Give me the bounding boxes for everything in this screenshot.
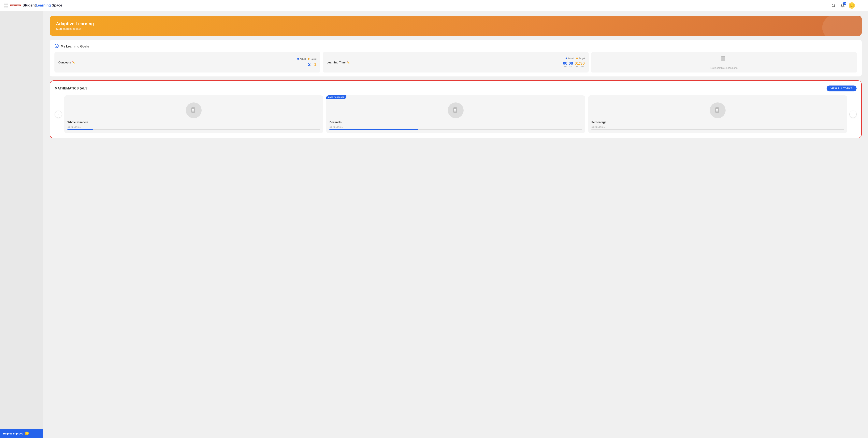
topics-grid: Whole Numbers COMPLETION LAST ACCESSED xyxy=(64,95,847,133)
progress-fill-whole-numbers xyxy=(67,129,93,130)
goals-grid: Concepts ✏️ Actual Target xyxy=(55,52,857,72)
logo-section: SINGAPORE StudentLearning Space xyxy=(4,3,62,7)
completion-whole-numbers: COMPLETION xyxy=(67,126,320,130)
help-improve-bar[interactable]: Help us improve 😊 xyxy=(0,429,43,438)
lt-actual-value: 00:08 xyxy=(563,61,573,66)
progress-fill-decimals xyxy=(330,129,418,130)
lt-actual-dot xyxy=(565,58,567,59)
lt-label-side: Learning Time ✏️ xyxy=(327,61,563,64)
help-smiley-icon: 😊 xyxy=(25,431,29,436)
progress-bg-decimals xyxy=(330,129,582,130)
notification-icon[interactable]: 18 xyxy=(840,3,845,8)
concepts-legend: Actual Target xyxy=(297,58,316,60)
no-sessions-text: No incomplete sessions xyxy=(710,66,737,69)
prev-carousel-button[interactable]: ‹ xyxy=(55,111,62,118)
header-actions: 18 😊 ⋮ xyxy=(831,2,864,9)
topic-icon-percentage xyxy=(710,102,725,118)
topic-name-percentage: Percentage xyxy=(591,121,606,124)
concepts-goal-card: Concepts ✏️ Actual Target xyxy=(55,52,320,72)
learning-goals-icon xyxy=(55,44,59,49)
completion-percentage: COMPLETION xyxy=(591,126,844,130)
banner-title: Adaptive Learning xyxy=(56,21,856,26)
topic-card-percentage[interactable]: Percentage COMPLETION xyxy=(588,95,847,133)
notification-count: 18 xyxy=(843,2,846,5)
banner-subtitle: Start learning today! xyxy=(56,27,856,30)
learning-goals-header: My Learning Goals xyxy=(55,44,857,49)
no-sessions-card: No incomplete sessions xyxy=(591,52,857,72)
lt-target-sublabel: HH : MM xyxy=(576,66,584,68)
singapore-badge: SINGAPORE xyxy=(10,4,21,6)
concepts-label-side: Concepts ✏️ xyxy=(58,61,297,64)
svg-line-1 xyxy=(834,6,835,7)
math-header: MATHEMATICS (ALS) VIEW ALL TOPICS xyxy=(55,86,857,92)
svg-rect-10 xyxy=(191,107,195,113)
lt-target-legend: Target xyxy=(576,57,585,60)
topic-icon-whole-numbers xyxy=(186,102,202,118)
math-title: MATHEMATICS (ALS) xyxy=(55,87,89,90)
lt-edit-icon[interactable]: ✏️ xyxy=(347,61,349,64)
progress-bg-percentage xyxy=(591,129,844,130)
sidebar xyxy=(0,11,43,438)
actual-dot xyxy=(297,58,299,60)
next-carousel-button[interactable]: › xyxy=(849,111,857,118)
more-menu-icon[interactable]: ⋮ xyxy=(858,3,864,8)
banner: Adaptive Learning Start learning today! xyxy=(50,16,862,36)
svg-rect-6 xyxy=(721,56,725,57)
completion-decimals: COMPLETION xyxy=(330,126,582,130)
topic-card-whole-numbers[interactable]: Whole Numbers COMPLETION xyxy=(64,95,323,133)
learning-goals-card: My Learning Goals Concepts ✏️ Actual xyxy=(50,40,862,76)
actual-legend: Actual xyxy=(297,58,306,60)
concepts-edit-icon[interactable]: ✏️ xyxy=(72,61,75,64)
math-section: MATHEMATICS (ALS) VIEW ALL TOPICS ‹ xyxy=(50,80,862,138)
app-header: SINGAPORE StudentLearning Space 18 😊 ⋮ xyxy=(0,0,868,11)
last-accessed-badge: LAST ACCESSED xyxy=(326,95,346,99)
topic-card-decimals[interactable]: LAST ACCESSED Decimals COMPLETION xyxy=(326,95,585,133)
topic-name-decimals: Decimals xyxy=(330,121,341,124)
topics-carousel: ‹ Whole Numbers xyxy=(55,95,857,133)
lt-label: Learning Time xyxy=(327,61,345,64)
no-sessions-icon xyxy=(720,55,728,65)
app-layout: Adaptive Learning Start learning today! … xyxy=(0,11,868,438)
grid-icon[interactable] xyxy=(4,4,8,7)
svg-point-2 xyxy=(55,44,58,48)
progress-bg-whole-numbers xyxy=(67,129,320,130)
svg-point-0 xyxy=(832,4,835,6)
lt-target-dot xyxy=(576,58,578,59)
target-legend: Target xyxy=(308,58,316,60)
target-dot xyxy=(308,58,310,60)
topic-name-whole-numbers: Whole Numbers xyxy=(67,121,89,124)
search-icon[interactable] xyxy=(831,3,836,8)
help-improve-text: Help us improve xyxy=(3,432,23,435)
learning-time-card: Learning Time ✏️ Actual Target xyxy=(323,52,589,72)
lt-sublabel: HH : MM xyxy=(564,66,572,68)
concepts-label: Concepts xyxy=(58,61,71,64)
avatar[interactable]: 😊 xyxy=(849,2,855,9)
lt-legend: Actual Target xyxy=(565,57,585,60)
view-all-topics-button[interactable]: VIEW ALL TOPICS xyxy=(827,86,857,92)
concepts-target-value: 1 xyxy=(314,62,316,67)
learning-goals-title: My Learning Goals xyxy=(61,45,89,48)
lt-actual-legend: Actual xyxy=(565,57,574,60)
lt-target-value: 01:30 xyxy=(575,61,585,66)
main-content: Adaptive Learning Start learning today! … xyxy=(43,11,868,438)
svg-rect-14 xyxy=(453,107,457,113)
logo-text: StudentLearning Space xyxy=(23,3,62,7)
svg-rect-18 xyxy=(715,107,719,113)
topic-icon-decimals xyxy=(448,102,464,118)
concepts-actual-value: 2 xyxy=(308,62,311,67)
